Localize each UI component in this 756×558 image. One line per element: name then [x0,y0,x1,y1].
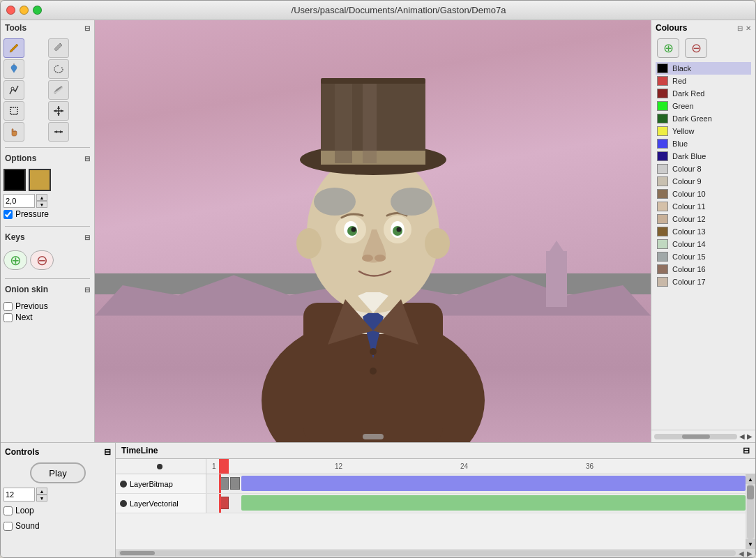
frame-number-input[interactable]: 12 [3,488,35,502]
scene-big-ben [546,251,567,307]
colour-item-13[interactable]: Colour 13 [656,225,751,238]
next-checkbox[interactable] [3,313,13,322]
minimize-button[interactable] [20,6,29,15]
tools-header: Tools ⊟ [1,20,94,36]
previous-label: Previous [15,301,48,311]
character-gaston [213,38,534,442]
canvas-viewport[interactable] [95,20,651,442]
colour-add-button[interactable]: ⊕ [657,38,679,58]
v-scroll-down[interactable]: ▼ [746,539,755,549]
colour-swatch-8 [657,164,668,174]
colour-item-dark-blue[interactable]: Dark Blue [656,150,751,163]
add-key-button[interactable]: ⊕ [3,250,27,270]
colour-item-8[interactable]: Colour 8 [656,163,751,175]
colour-item-red[interactable]: Red [656,75,751,87]
tool-pencil[interactable] [3,38,24,58]
colours-close[interactable]: ✕ [746,24,751,32]
colour-swatch-15 [657,252,668,262]
v-scroll-up[interactable]: ▲ [746,474,755,484]
colour-item-dark-green[interactable]: Dark Green [656,112,751,125]
h-scroll-left[interactable]: ◀ [739,550,744,557]
colour-item-16[interactable]: Colour 16 [656,263,751,276]
colour-name-dark-red: Dark Red [672,89,704,98]
foreground-color[interactable] [3,169,26,191]
h-scroll-right[interactable]: ▶ [747,550,753,557]
tool-pen[interactable] [3,80,24,100]
controls-label: Controls [5,447,39,457]
timeline-layer-vectorial: LayerVectorial [116,494,746,513]
colour-scrollbar-thumb [682,435,710,439]
options-pin[interactable]: ⊟ [84,155,90,163]
onion-panel: Previous Next [1,297,94,326]
colour-scroll-right[interactable]: ▶ [747,432,753,440]
colour-swatch-dark-blue [657,151,668,161]
right-sidebar: Colours ⊟ ✕ ⊕ ⊖ Black [651,20,755,442]
colour-buttons: ⊕ ⊖ [651,36,755,61]
play-label: Play [49,468,66,478]
options-panel: 2,0 ▲ ▼ Pressure [1,166,94,223]
canvas-scroll-handle[interactable] [363,434,384,439]
loop-checkbox[interactable] [3,506,13,515]
next-label: Next [15,312,33,322]
tool-move[interactable] [48,101,69,121]
tool-dropper[interactable] [3,59,24,79]
colour-item-yellow[interactable]: Yellow [656,125,751,137]
frame-spin-down[interactable]: ▼ [36,495,47,502]
svg-point-27 [351,227,356,232]
maximize-button[interactable] [33,6,42,15]
v-scrollbar-thumb[interactable] [747,485,754,499]
colours-pin[interactable]: ⊟ [737,24,743,32]
colour-name-dark-green: Dark Green [672,114,712,123]
colour-item-black[interactable]: Black [656,62,751,75]
color-row [3,169,91,191]
sound-row: Sound [3,521,112,531]
layer-bitmap-track[interactable] [206,474,746,493]
frame-marker-bitmap-2 [230,477,240,490]
tool-lasso[interactable] [48,59,69,79]
sound-label: Sound [15,521,40,531]
remove-key-button[interactable]: ⊖ [30,250,54,270]
colour-name-15: Colour 15 [672,252,706,261]
options-header: Options ⊟ [1,151,94,166]
layer-bitmap-name: LayerBitmap [130,480,173,488]
ruler-mark-36: 36 [586,462,594,470]
colour-item-14[interactable]: Colour 14 [656,238,751,250]
colour-remove-button[interactable]: ⊖ [685,38,707,58]
colour-item-blue[interactable]: Blue [656,137,751,150]
frame-spin-up[interactable]: ▲ [36,488,47,495]
colour-item-green[interactable]: Green [656,100,751,112]
close-button[interactable] [6,6,15,15]
onion-skin-pin[interactable]: ⊟ [84,286,90,294]
spin-down[interactable]: ▼ [36,201,47,208]
colour-swatch-11 [657,202,668,211]
tool-pan[interactable] [48,122,69,142]
colour-name-green: Green [672,102,694,110]
timeline-pin[interactable]: ⊟ [743,446,750,455]
layer-vectorial-track[interactable] [206,494,746,513]
previous-checkbox[interactable] [3,302,13,311]
brush-size-input[interactable]: 2,0 [3,194,35,208]
background-color[interactable] [29,169,51,191]
timeline-header: TimeLine ⊟ [116,443,755,459]
sound-checkbox[interactable] [3,522,13,531]
h-scrollbar-thumb[interactable] [120,551,155,555]
tool-brush[interactable] [48,38,69,58]
colour-item-11[interactable]: Colour 11 [656,200,751,213]
controls-pin[interactable]: ⊟ [104,447,111,457]
tool-selection[interactable] [3,101,24,121]
tools-pin[interactable]: ⊟ [84,24,90,32]
colour-item-9[interactable]: Colour 9 [656,175,751,188]
colour-item-17[interactable]: Colour 17 [656,276,751,288]
colour-scroll-left[interactable]: ◀ [739,432,745,440]
colour-item-12[interactable]: Colour 12 [656,213,751,225]
colour-item-10[interactable]: Colour 10 [656,188,751,200]
tool-hand[interactable] [3,122,24,142]
play-button[interactable]: Play [30,462,86,483]
spin-up[interactable]: ▲ [36,194,47,201]
pressure-checkbox[interactable] [3,210,13,219]
colour-item-dark-red[interactable]: Dark Red [656,87,751,100]
colour-item-15[interactable]: Colour 15 [656,250,751,263]
keys-pin[interactable]: ⊟ [84,234,90,241]
colour-h-scrollbar[interactable] [654,434,737,439]
tool-smudge[interactable] [48,80,69,100]
